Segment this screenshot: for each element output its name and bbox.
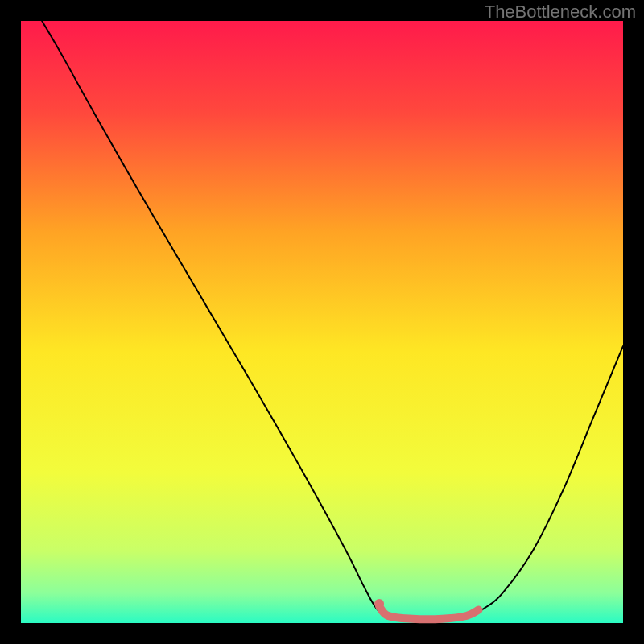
bottleneck-chart — [0, 0, 644, 644]
chart-container: TheBottleneck.com — [0, 0, 644, 644]
watermark-text: TheBottleneck.com — [485, 2, 636, 23]
plot-background — [21, 21, 623, 623]
optimal-marker — [374, 599, 384, 609]
